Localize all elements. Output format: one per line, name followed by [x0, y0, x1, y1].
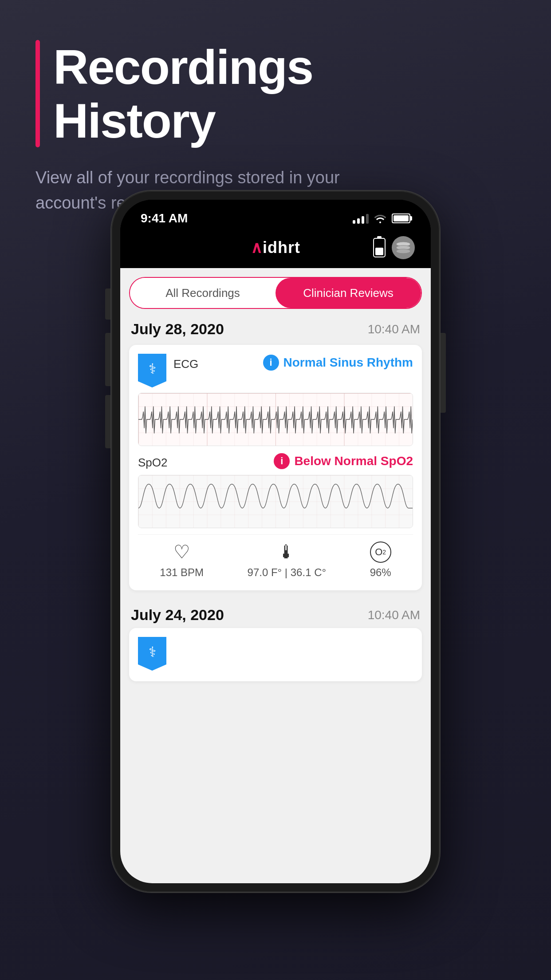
- spo2-waveform: [138, 475, 413, 528]
- ecg-icon-container: ⚕: [138, 354, 166, 389]
- recording-card-2[interactable]: ⚕: [129, 628, 422, 681]
- title-block: Recordings History: [35, 40, 516, 147]
- volume-down-button: [105, 395, 110, 448]
- battery-icon: [392, 213, 410, 223]
- ecg-status-text: Normal Sinus Rhythm: [283, 356, 413, 370]
- heart-rate-value: 131 BPM: [160, 566, 204, 579]
- ecg-waveform: [138, 393, 413, 446]
- ecg-label: ECG: [173, 357, 198, 371]
- hamburger-icon: [395, 241, 411, 254]
- oxygen-value: 96%: [370, 566, 391, 579]
- wifi-icon: [374, 213, 386, 223]
- status-icons: [353, 213, 410, 224]
- status-bar: 9:41 AM: [120, 200, 431, 232]
- phone-mockup: 9:41 AM: [111, 191, 440, 892]
- date-label-1: July 28, 2020: [131, 320, 224, 338]
- ecg-info-dot: i: [263, 355, 279, 371]
- app-logo: ∧idhrt: [251, 238, 300, 257]
- phone-screen: 9:41 AM: [120, 200, 431, 883]
- spo2-info-dot: i: [274, 453, 290, 469]
- temperature-value: 97.0 F° | 36.1 C°: [248, 566, 327, 579]
- content-area: All Recordings Clinician Reviews July 28…: [120, 268, 431, 883]
- logo-text: idhrt: [263, 238, 300, 257]
- svg-text:⚕: ⚕: [149, 644, 156, 660]
- spo2-status-badge: i Below Normal SpO2: [274, 453, 413, 469]
- vitals-row: ♡ 131 BPM 🌡 97.0 F° | 36.1 C° O2: [138, 534, 413, 581]
- logo-accent-icon: ∧: [251, 238, 263, 257]
- tab-all-recordings[interactable]: All Recordings: [130, 278, 276, 308]
- power-button: [441, 333, 446, 413]
- spo2-status-text: Below Normal SpO2: [294, 454, 413, 468]
- app-bar: ∧idhrt: [120, 232, 431, 268]
- heart-rate-icon: ♡: [173, 541, 190, 563]
- status-time: 9:41 AM: [141, 211, 188, 225]
- time-label-2: 10:40 AM: [368, 608, 420, 622]
- svg-rect-9: [138, 475, 413, 528]
- recording-card-1[interactable]: ⚕ ECG i Normal Sinus Rhythm: [129, 345, 422, 590]
- date-row-2: July 24, 2020 10:40 AM: [120, 597, 431, 628]
- ecg-status-badge: i Normal Sinus Rhythm: [263, 355, 413, 371]
- date-label-2: July 24, 2020: [131, 606, 224, 624]
- oxygen-vital: O2 96%: [370, 541, 391, 579]
- temperature-vital: 🌡 97.0 F° | 36.1 C°: [248, 541, 327, 579]
- date-row-1: July 28, 2020 10:40 AM: [120, 309, 431, 345]
- volume-mute-button: [105, 288, 110, 320]
- ecg-badge-icon: ⚕: [138, 354, 166, 387]
- spo2-section: SpO2 i Below Normal SpO2: [138, 452, 413, 581]
- thermometer-icon: 🌡: [277, 541, 296, 563]
- ecg-badge-icon-2: ⚕: [138, 637, 166, 671]
- spo2-label: SpO2: [138, 456, 168, 470]
- signal-bars-icon: [353, 213, 369, 224]
- heart-rate-vital: ♡ 131 BPM: [160, 541, 204, 579]
- svg-text:⚕: ⚕: [149, 361, 156, 377]
- menu-icon[interactable]: [392, 236, 415, 259]
- tab-bar: All Recordings Clinician Reviews: [129, 277, 422, 309]
- accent-bar: [35, 40, 40, 147]
- page-title: Recordings History: [53, 40, 313, 147]
- spo2-header: SpO2 i Below Normal SpO2: [138, 452, 413, 470]
- device-battery-icon: [373, 238, 386, 257]
- oxygen-icon: O2: [370, 541, 391, 563]
- tab-clinician-reviews[interactable]: Clinician Reviews: [276, 278, 421, 308]
- time-label-1: 10:40 AM: [368, 322, 420, 336]
- volume-up-button: [105, 333, 110, 386]
- svg-point-2: [396, 249, 410, 253]
